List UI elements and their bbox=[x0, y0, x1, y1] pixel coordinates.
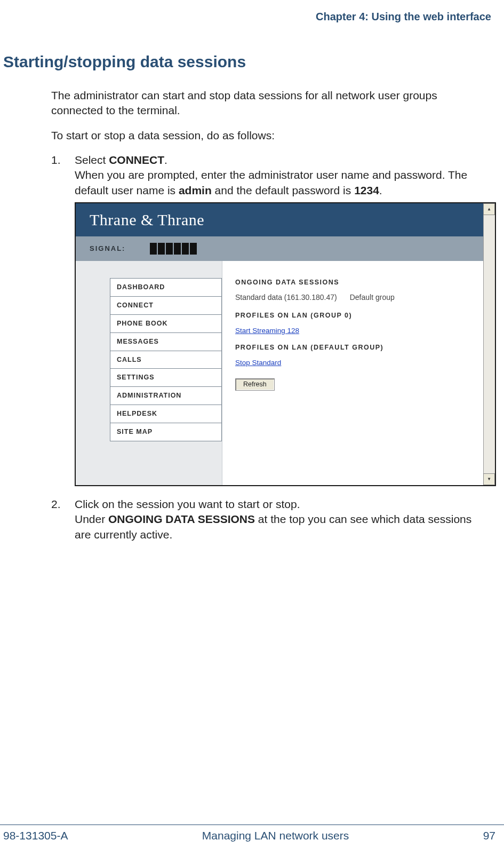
step-1-follow-e: . bbox=[379, 184, 382, 196]
nav-connect[interactable]: CONNECT bbox=[110, 296, 222, 314]
step-1-password: 1234 bbox=[354, 184, 379, 196]
content-panel: ONGOING DATA SESSIONS Standard data (161… bbox=[222, 261, 483, 485]
step-2-ongoing: ONGOING DATA SESSIONS bbox=[108, 513, 255, 525]
step-1-number: 1. bbox=[51, 153, 61, 168]
step-2-text-a: Click on the session you want to start o… bbox=[75, 498, 300, 510]
signal-bar: SIGNAL: bbox=[76, 236, 483, 261]
nav-administration[interactable]: ADMINISTRATION bbox=[110, 386, 222, 405]
step-2-text-b: Under bbox=[75, 513, 108, 525]
nav-settings[interactable]: SETTINGS bbox=[110, 368, 222, 386]
footer-title: Managing LAN network users bbox=[202, 829, 349, 842]
scroll-up-button[interactable]: ▴ bbox=[483, 203, 495, 215]
step-1-admin: admin bbox=[179, 184, 212, 196]
step-2: 2. Click on the session you want to star… bbox=[51, 497, 479, 542]
step-1-text-a: Select bbox=[75, 154, 109, 166]
heading-profiles-group0: PROFILES ON LAN (GROUP 0) bbox=[235, 311, 471, 320]
heading-profiles-default: PROFILES ON LAN (DEFAULT GROUP) bbox=[235, 343, 471, 352]
nav-helpdesk[interactable]: HELPDESK bbox=[110, 405, 222, 423]
step-1-text-c: . bbox=[164, 154, 167, 166]
nav-site-map[interactable]: SITE MAP bbox=[110, 423, 222, 441]
chapter-header: Chapter 4: Using the web interface bbox=[3, 11, 495, 23]
heading-ongoing-sessions: ONGOING DATA SESSIONS bbox=[235, 278, 471, 287]
signal-label: SIGNAL: bbox=[90, 244, 125, 253]
refresh-button[interactable]: Refresh bbox=[235, 378, 275, 391]
link-start-streaming[interactable]: Start Streaming 128 bbox=[235, 326, 299, 336]
section-title: Starting/stopping data sessions bbox=[3, 53, 495, 71]
step-1-connect: CONNECT bbox=[109, 154, 164, 166]
scrollbar-track[interactable]: ▴ ▾ bbox=[483, 203, 495, 485]
nav-dashboard[interactable]: DASHBOARD bbox=[110, 278, 222, 296]
step-1-follow-c: and the default password is bbox=[212, 184, 354, 196]
page-footer: 98-131305-A Managing LAN network users 9… bbox=[0, 825, 504, 842]
screenshot-panel: ▴ ▾ Thrane & Thrane SIGNAL: DASHBOAR bbox=[75, 202, 496, 486]
nav-calls[interactable]: CALLS bbox=[110, 351, 222, 369]
nav-phone-book[interactable]: PHONE BOOK bbox=[110, 314, 222, 332]
footer-page-number: 97 bbox=[483, 829, 495, 842]
standard-data-group: Default group bbox=[350, 292, 395, 303]
step-2-number: 2. bbox=[51, 497, 61, 512]
standard-data-value: Standard data (161.30.180.47) bbox=[235, 292, 337, 303]
intro-paragraph: The administrator can start and stop dat… bbox=[51, 88, 479, 118]
nav-messages[interactable]: MESSAGES bbox=[110, 332, 222, 351]
link-stop-standard[interactable]: Stop Standard bbox=[235, 358, 281, 368]
scroll-down-button[interactable]: ▾ bbox=[483, 473, 495, 485]
lead-paragraph: To start or stop a data session, do as f… bbox=[51, 128, 479, 143]
signal-strength-icon bbox=[150, 243, 197, 255]
nav-menu: DASHBOARD CONNECT PHONE BOOK MESSAGES CA… bbox=[110, 261, 222, 485]
brand-bar: Thrane & Thrane bbox=[76, 203, 483, 236]
footer-doc-id: 98-131305-A bbox=[3, 829, 68, 842]
step-1: 1. Select CONNECT. When you are prompted… bbox=[51, 153, 479, 486]
left-gutter bbox=[76, 261, 110, 485]
